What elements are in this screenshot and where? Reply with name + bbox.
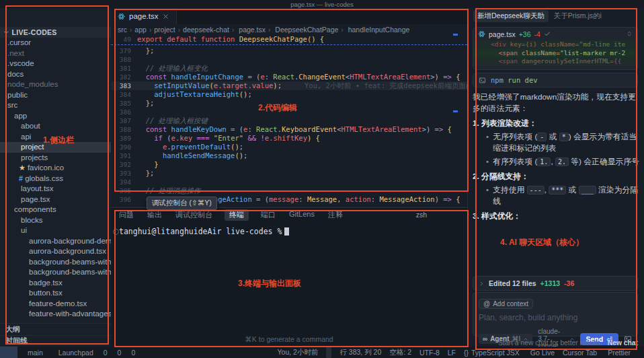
tree-item-project[interactable]: project bbox=[0, 142, 111, 153]
tree-item-docs[interactable]: docs bbox=[0, 69, 111, 80]
status-blame[interactable]: You, 2小时前 bbox=[275, 347, 319, 358]
breadcrumb-item-handleInputChange[interactable]: handleInputChange bbox=[346, 26, 410, 34]
diff-card[interactable]: page.tsx +36 -4 <div key={i} className="… bbox=[473, 27, 638, 70]
tree-item-favicon.ico[interactable]: ★favicon.ico bbox=[0, 163, 111, 174]
code-line-385: 385 }; bbox=[111, 99, 467, 108]
breadcrumb-item-app[interactable]: app bbox=[134, 26, 147, 34]
panel-tab-6[interactable]: 注释 bbox=[327, 209, 344, 221]
react-icon bbox=[118, 13, 125, 20]
status-prettier[interactable]: Prettier bbox=[605, 347, 631, 358]
chevron-down-icon[interactable]: ⌄ bbox=[473, 66, 637, 71]
sidebar-panel-大纲[interactable]: 大纲 bbox=[0, 323, 111, 335]
chat-tab-1[interactable]: 关于Prism.js的i bbox=[554, 11, 602, 21]
status-eol[interactable]: LF bbox=[448, 347, 456, 358]
line-number: 386 bbox=[111, 108, 137, 116]
status-cursor-position[interactable]: 行 383, 列 20 bbox=[339, 347, 381, 358]
shell-selector[interactable]: zsh bbox=[413, 211, 427, 219]
status-label: Prettier bbox=[608, 349, 631, 357]
tree-item-src[interactable]: src bbox=[0, 100, 111, 111]
chat-tab-0[interactable]: 新增Deepseek聊天助 bbox=[473, 10, 549, 22]
command-card[interactable]: npm run dev bbox=[473, 73, 638, 87]
tree-item-label: feature-demo.tsx bbox=[29, 299, 87, 310]
tree-item-background-beams-with-...[interactable]: background-beams-with-... bbox=[0, 267, 111, 278]
tree-item-.cursor[interactable]: .cursor bbox=[0, 38, 111, 48]
status-cursor-tab[interactable]: Cursor Tab bbox=[563, 347, 597, 358]
tree-item-api[interactable]: api bbox=[0, 132, 111, 143]
tree-item-node_modules[interactable]: node_modules bbox=[0, 79, 111, 90]
panel-tab-1[interactable]: 输出 bbox=[146, 209, 163, 221]
edited-removed-count: -36 bbox=[564, 279, 574, 287]
code-text: e.preventDefault(); bbox=[137, 143, 243, 151]
status-encoding[interactable]: UTF-8 bbox=[419, 347, 440, 358]
tree-item-label: api bbox=[21, 132, 31, 143]
section-title: 1. 列表渲染改进： bbox=[473, 118, 639, 129]
code-text: handleSendMessage(); bbox=[137, 151, 247, 160]
breadcrumb-label: project bbox=[154, 26, 175, 34]
status-indentation[interactable]: 空格: 2 bbox=[389, 347, 411, 358]
tree-item-app[interactable]: app bbox=[0, 111, 111, 122]
code-line-394: 394 bbox=[111, 178, 467, 186]
add-context-chip[interactable]: @ Add context bbox=[479, 299, 533, 309]
code-line-382: 382 const handleInputChange = (e: React.… bbox=[111, 73, 467, 81]
panel-tab-5[interactable]: GitLens bbox=[288, 209, 316, 221]
editor: page.tsx src›app›project›deepseek-chat›p… bbox=[111, 8, 467, 207]
panel-tab-3[interactable]: 终端 bbox=[225, 209, 249, 221]
breadcrumb-item-deepseek-chat[interactable]: deepseek-chat bbox=[183, 26, 229, 34]
panel-tab-2[interactable]: 调试控制台 bbox=[174, 209, 214, 221]
close-icon[interactable] bbox=[162, 13, 169, 20]
edited-files-row[interactable]: Edited 12 files +1313 -36 bbox=[473, 276, 638, 291]
status-remote[interactable] bbox=[0, 347, 17, 358]
line-number: 385 bbox=[111, 99, 137, 108]
breadcrumb-item-page.tsx[interactable]: page.tsx bbox=[237, 26, 266, 34]
new-chat-hint: Start a new chat for better results. bbox=[498, 339, 602, 347]
status-go-live[interactable]: Go Live bbox=[528, 347, 555, 358]
overview-ruler-mark bbox=[453, 34, 458, 36]
tree-item-blocks[interactable]: blocks bbox=[0, 215, 111, 226]
breadcrumb-item-project[interactable]: project bbox=[154, 26, 175, 34]
tree-item-public[interactable]: public bbox=[0, 90, 111, 101]
tree-item-label: blocks bbox=[21, 215, 43, 226]
tree-item-feature-with-advantages.t..[interactable]: feature-with-advantages.t.. bbox=[0, 309, 111, 320]
chat-input-placeholder[interactable]: Plan, search, build anything bbox=[479, 313, 632, 322]
collapse-icon[interactable] bbox=[626, 30, 633, 38]
status-zoom[interactable] bbox=[326, 347, 331, 358]
code-text: if (e.key === "Enter" && !e.shiftKey) { bbox=[137, 134, 320, 143]
chat-input-box[interactable]: @ Add context Plan, search, build anythi… bbox=[473, 292, 638, 336]
tree-item-about[interactable]: about bbox=[0, 121, 111, 132]
explorer-root[interactable]: LIVE-CODES bbox=[0, 27, 111, 38]
status-language-mode[interactable]: {}TypeScript JSX bbox=[464, 347, 520, 358]
tree-item-feature-demo.tsx[interactable]: feature-demo.tsx bbox=[0, 299, 111, 310]
breadcrumb-item-src[interactable]: src bbox=[118, 26, 127, 34]
diff-card-header[interactable]: page.tsx +36 -4 bbox=[473, 28, 637, 40]
tree-item-badge.tsx[interactable]: badge.tsx bbox=[0, 278, 111, 289]
breadcrumb-separator: › bbox=[232, 26, 234, 34]
status-git-branch[interactable]: main bbox=[25, 347, 46, 358]
editor-tab-bar: page.tsx bbox=[111, 8, 467, 24]
tree-item-aurora-background.tsx[interactable]: aurora-background.tsx bbox=[0, 246, 111, 257]
tree-item-ui[interactable]: ui bbox=[0, 225, 111, 236]
bullet-marker: • bbox=[486, 156, 489, 168]
status-warnings[interactable]: 0 bbox=[115, 347, 122, 358]
panel-tab-0[interactable]: 问题 bbox=[118, 209, 135, 221]
breadcrumb-item-DeepseekChatPage[interactable]: DeepseekChatPage bbox=[273, 26, 338, 34]
sidebar-panel-时间线[interactable]: 时间线 bbox=[0, 335, 111, 347]
status-launchpad[interactable]: Launchpad bbox=[53, 347, 93, 358]
tab-page-tsx[interactable]: page.tsx bbox=[111, 8, 177, 24]
code-text: // 处理消息操作 bbox=[137, 186, 201, 195]
tree-item-background-beams-with-...[interactable]: background-beams-with-... bbox=[0, 257, 111, 268]
code-line-395: 395 // 处理消息操作 bbox=[111, 186, 467, 195]
tree-item-page.tsx[interactable]: page.tsx bbox=[0, 194, 111, 205]
tree-item-button.tsx[interactable]: button.tsx bbox=[0, 288, 111, 299]
new-chat-button[interactable]: New chat bbox=[608, 339, 638, 347]
tree-item-.next[interactable]: .next bbox=[0, 48, 111, 59]
panel-tab-4[interactable]: 端口 bbox=[259, 209, 277, 221]
tree-item-projects[interactable]: projects bbox=[0, 153, 111, 164]
tree-item-components[interactable]: components bbox=[0, 205, 111, 215]
terminal-prompt[interactable]: tanghui@litanghuideAir live-codes % bbox=[119, 227, 467, 236]
tree-item-globals.css[interactable]: #globals.css bbox=[0, 174, 111, 184]
status-collaborators[interactable]: 0 bbox=[128, 347, 135, 358]
tree-item-layout.tsx[interactable]: layout.tsx bbox=[0, 184, 111, 194]
tree-item-.vscode[interactable]: .vscode bbox=[0, 59, 111, 69]
tree-item-aurora-background-demo...[interactable]: aurora-background-demo... bbox=[0, 236, 111, 247]
status-errors[interactable]: 0 bbox=[101, 347, 108, 358]
